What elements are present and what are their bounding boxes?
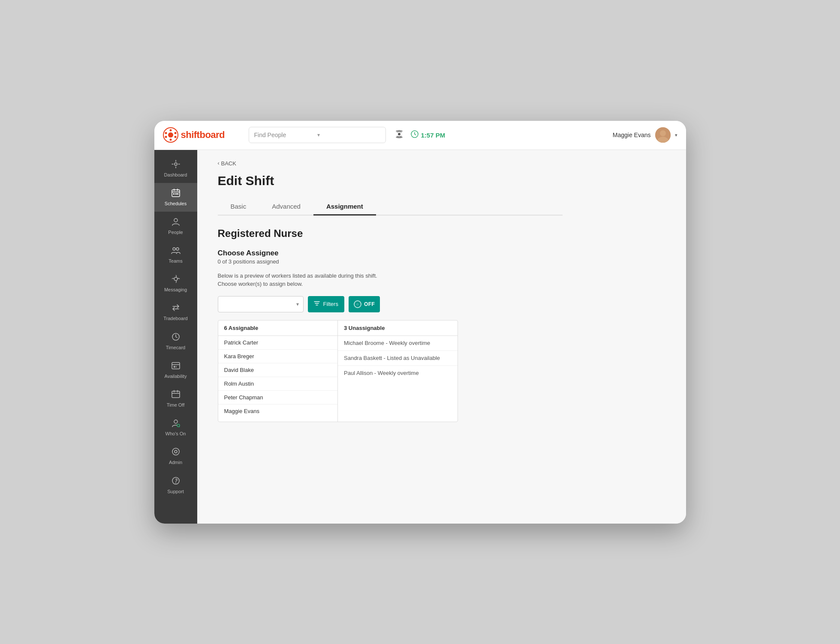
sidebar-item-label: Teams [169, 258, 182, 264]
assignee-table-header: 6 Assignable 3 Unassignable [218, 321, 458, 336]
timeoff-icon [171, 389, 181, 400]
back-link[interactable]: ‹ BACK [218, 160, 563, 167]
app-header: shiftboard Find People ▾ [154, 121, 686, 150]
svg-rect-23 [172, 362, 180, 369]
sidebar-item-availability[interactable]: Availability [154, 356, 197, 384]
assignable-column-header: 6 Assignable [218, 321, 338, 335]
current-time: 1:57 PM [421, 132, 446, 139]
svg-point-32 [175, 482, 176, 483]
assignable-person-row[interactable]: Peter Chapman [218, 391, 338, 404]
main-content: ‹ BACK Edit Shift Basic Advanced Assignm… [197, 150, 686, 524]
sidebar-item-teams[interactable]: Teams [154, 240, 197, 269]
sidebar-item-messaging[interactable]: Messaging [154, 269, 197, 298]
filters-button-label: Filters [323, 301, 338, 307]
sidebar-item-label: Dashboard [164, 172, 187, 178]
svg-rect-26 [172, 391, 180, 398]
header-right: Maggie Evans ▾ [613, 127, 677, 143]
tradeboard-icon [171, 303, 181, 314]
svg-rect-24 [174, 366, 175, 368]
svg-point-13 [175, 163, 177, 165]
messaging-icon [171, 274, 181, 285]
tab-basic[interactable]: Basic [218, 198, 259, 216]
filter-dropdown[interactable]: ▾ [218, 296, 304, 312]
sidebar-item-tradeboard[interactable]: Tradeboard [154, 298, 197, 326]
sidebar-item-label: Schedules [165, 201, 187, 207]
avatar [655, 127, 671, 143]
svg-point-19 [173, 248, 175, 250]
assignable-person-row[interactable]: Patrick Carter [218, 336, 338, 350]
assignable-person-row[interactable]: Rolm Austin [218, 377, 338, 391]
svg-point-18 [174, 219, 178, 222]
sidebar-item-label: Timecard [166, 345, 185, 350]
sidebar-item-schedules[interactable]: Schedules [154, 183, 197, 212]
filter-chevron-icon: ▾ [296, 301, 299, 307]
svg-point-27 [174, 420, 178, 423]
svg-rect-15 [173, 193, 175, 195]
svg-point-2 [169, 129, 172, 132]
sidebar-item-whoson[interactable]: Who's On [154, 413, 197, 442]
svg-point-1 [168, 132, 173, 138]
assignee-table-body: Patrick Carter Kara Breger David Blake R… [218, 336, 458, 422]
sidebar-item-label: Time Off [167, 402, 185, 408]
page-title: Edit Shift [218, 174, 563, 188]
assignee-table: 6 Assignable 3 Unassignable Patrick Cart… [218, 320, 458, 422]
svg-point-6 [165, 136, 167, 138]
calendar-icon [171, 188, 181, 199]
tab-assignment[interactable]: Assignment [313, 198, 376, 216]
unassignable-column: Michael Broome - Weekly overtime Sandra … [338, 336, 458, 422]
shiftboard-logo-icon [163, 127, 178, 143]
sidebar-item-label: Messaging [164, 287, 187, 293]
assignable-person-row[interactable]: Maggie Evans [218, 404, 338, 418]
svg-point-21 [174, 277, 178, 281]
filters-button[interactable]: Filters [308, 296, 344, 312]
svg-point-8 [398, 133, 400, 135]
toggle-button[interactable]: ○ OFF [349, 296, 380, 312]
svg-point-28 [177, 424, 180, 427]
support-icon [171, 476, 181, 487]
broadcast-icon[interactable] [394, 129, 404, 141]
unassignable-person-row: Sandra Baskett - Listed as Unavailable [338, 351, 458, 366]
dashboard-icon [171, 159, 181, 170]
tab-advanced[interactable]: Advanced [259, 198, 313, 216]
sidebar-item-label: Support [167, 489, 184, 494]
search-bar[interactable]: Find People ▾ [249, 127, 386, 143]
choose-assignee-section: Choose Assignee 0 of 3 positions assigne… [218, 249, 563, 265]
shift-role: Registered Nurse [218, 228, 563, 240]
user-dropdown-icon[interactable]: ▾ [675, 132, 677, 138]
svg-point-3 [174, 132, 176, 134]
filters-icon [314, 300, 320, 308]
back-arrow-icon: ‹ [218, 160, 220, 166]
unassignable-person-row: Michael Broome - Weekly overtime [338, 336, 458, 351]
availability-icon [171, 361, 181, 371]
teams-icon [171, 246, 181, 256]
whoson-icon [171, 418, 181, 429]
filter-row: ▾ Filters ○ OFF [218, 296, 563, 312]
svg-point-4 [174, 136, 176, 138]
header-middle: 1:57 PM [386, 129, 613, 141]
tabs-container: Basic Advanced Assignment [218, 198, 563, 216]
toggle-label: OFF [364, 301, 375, 307]
sidebar-item-timecard[interactable]: Timecard [154, 327, 197, 356]
sidebar-item-label: Who's On [166, 431, 186, 437]
sidebar-item-label: People [168, 230, 183, 235]
sidebar-item-people[interactable]: People [154, 212, 197, 240]
svg-point-7 [165, 132, 167, 134]
assignable-person-row[interactable]: Kara Breger [218, 350, 338, 363]
sidebar-item-timeoff[interactable]: Time Off [154, 384, 197, 413]
search-placeholder: Find People [254, 132, 317, 138]
svg-point-30 [175, 450, 177, 453]
time-display: 1:57 PM [411, 130, 446, 140]
sidebar-item-admin[interactable]: Admin [154, 442, 197, 470]
sidebar: Dashboard Schedules [154, 150, 197, 524]
assignable-person-row[interactable]: David Blake [218, 363, 338, 377]
sidebar-item-label: Admin [169, 460, 182, 465]
sidebar-item-dashboard[interactable]: Dashboard [154, 154, 197, 183]
person-icon [171, 217, 181, 228]
svg-rect-25 [175, 366, 177, 368]
sidebar-item-label: Tradeboard [163, 316, 187, 321]
sidebar-item-support[interactable]: Support [154, 471, 197, 500]
unassignable-person-row: Paul Allison - Weekly overtime [338, 366, 458, 380]
toggle-circle-icon: ○ [354, 300, 361, 308]
sidebar-item-label: Availability [165, 374, 187, 379]
choose-assignee-title: Choose Assignee [218, 249, 563, 258]
